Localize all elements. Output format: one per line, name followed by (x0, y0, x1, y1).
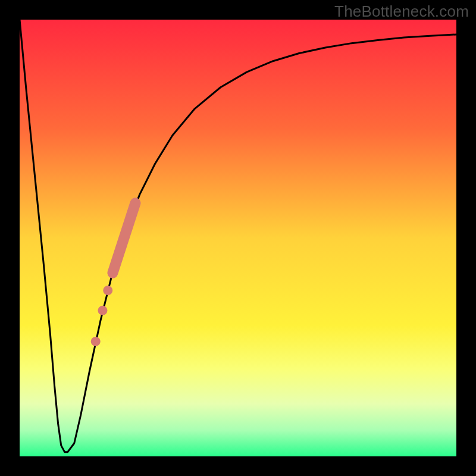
chart-container: TheBottleneck.com (0, 0, 476, 476)
highlight-dot (103, 286, 112, 295)
watermark-text: TheBottleneck.com (334, 2, 469, 21)
highlight-dot (91, 337, 101, 346)
highlight-dot (98, 306, 107, 315)
bottleneck-chart (0, 0, 476, 476)
